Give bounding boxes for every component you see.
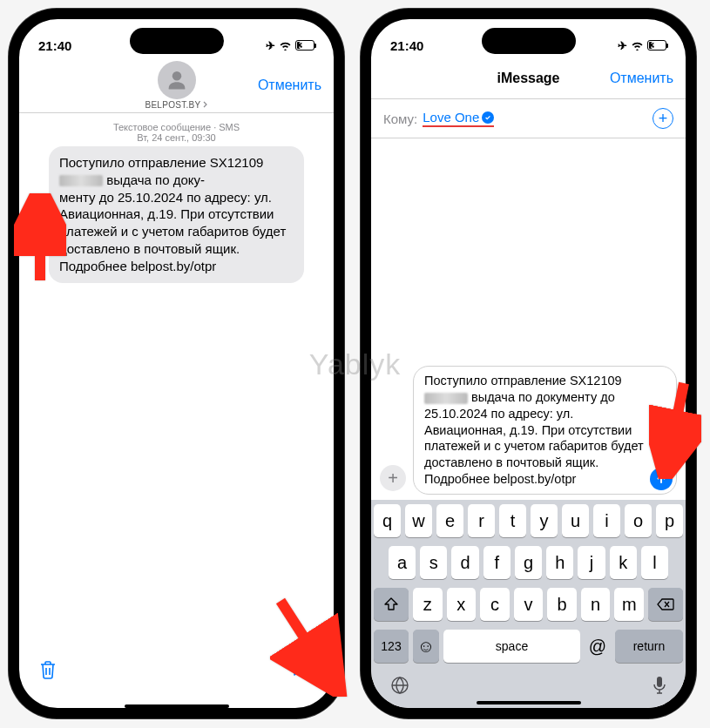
- bottom-toolbar: [19, 650, 334, 699]
- key-g[interactable]: g: [515, 546, 542, 579]
- trash-button[interactable]: [38, 659, 57, 684]
- compose-row: + Поступило отправление SX12109 выдача п…: [371, 361, 686, 500]
- key-f[interactable]: f: [483, 546, 511, 579]
- key-v[interactable]: v: [514, 588, 544, 621]
- phone-left: 21:40 ✈︎ 36 BELPOST.BY: [9, 9, 344, 718]
- key-i[interactable]: i: [593, 504, 620, 537]
- key-p[interactable]: p: [656, 504, 683, 537]
- wifi-icon: [279, 41, 292, 51]
- emoji-key[interactable]: ☺: [413, 630, 439, 663]
- key-l[interactable]: l: [641, 546, 668, 579]
- backspace-key[interactable]: [648, 588, 683, 621]
- page-title: iMessage: [497, 71, 559, 86]
- recipient-row[interactable]: Кому: Love One +: [371, 99, 686, 138]
- dynamic-island: [482, 28, 576, 54]
- key-n[interactable]: n: [581, 588, 611, 621]
- key-h[interactable]: h: [546, 546, 573, 579]
- svg-rect-2: [657, 677, 662, 687]
- status-time: 21:40: [38, 38, 71, 53]
- compose-header: iMessage Отменить: [371, 61, 686, 99]
- redacted-segment: [424, 393, 468, 404]
- conversation-header: BELPOST.BY Отменить: [19, 61, 334, 113]
- message-meta: Текстовое сообщение · SMSВт, 24 сент., 0…: [28, 122, 325, 143]
- cancel-button[interactable]: Отменить: [258, 78, 321, 93]
- phone-right: 21:40 ✈︎ 36 iMessage Отменить Кому: Love…: [361, 9, 696, 718]
- key-m[interactable]: m: [614, 588, 644, 621]
- message-bubble[interactable]: Поступило отправление SX12109 выдача по …: [49, 146, 304, 283]
- airplane-icon: ✈︎: [266, 39, 275, 52]
- space-key[interactable]: space: [443, 630, 580, 663]
- home-indicator[interactable]: [125, 704, 229, 708]
- plus-button[interactable]: +: [380, 465, 406, 491]
- key-x[interactable]: x: [447, 588, 477, 621]
- keyboard: qwertyuiop asdfghjkl zxcvbnm 123 ☺ space…: [371, 500, 686, 708]
- add-contact-button[interactable]: +: [653, 108, 673, 129]
- key-u[interactable]: u: [562, 504, 589, 537]
- key-c[interactable]: c: [480, 588, 510, 621]
- verified-check-icon: [482, 111, 494, 124]
- recipient-token[interactable]: Love One: [423, 110, 494, 127]
- to-label: Кому:: [383, 111, 417, 126]
- key-z[interactable]: z: [413, 588, 443, 621]
- mic-icon[interactable]: [652, 675, 667, 696]
- battery-icon: 36: [647, 40, 666, 51]
- compose-input[interactable]: Поступило отправление SX12109 выдача по …: [413, 366, 677, 495]
- key-b[interactable]: b: [547, 588, 577, 621]
- key-q[interactable]: q: [374, 504, 401, 537]
- cancel-button[interactable]: Отменить: [610, 71, 673, 86]
- key-y[interactable]: y: [531, 504, 558, 537]
- selection-check-icon[interactable]: [29, 206, 46, 223]
- globe-icon[interactable]: [389, 675, 410, 696]
- key-e[interactable]: e: [436, 504, 463, 537]
- shift-key[interactable]: [374, 588, 409, 621]
- key-d[interactable]: d: [451, 546, 478, 579]
- dynamic-island: [130, 28, 224, 54]
- key-t[interactable]: t: [499, 504, 526, 537]
- sender-name[interactable]: BELPOST.BY: [145, 100, 207, 110]
- key-a[interactable]: a: [389, 546, 416, 579]
- airplane-icon: ✈︎: [618, 39, 627, 52]
- battery-icon: 36: [295, 40, 314, 51]
- share-button[interactable]: [292, 659, 314, 684]
- key-o[interactable]: o: [625, 504, 652, 537]
- send-button[interactable]: [650, 468, 673, 490]
- key-j[interactable]: j: [578, 546, 605, 579]
- home-indicator[interactable]: [477, 701, 581, 704]
- key-k[interactable]: k: [610, 546, 637, 579]
- at-key[interactable]: @: [585, 630, 611, 663]
- svg-point-0: [172, 71, 181, 81]
- avatar[interactable]: [158, 61, 196, 99]
- key-w[interactable]: w: [405, 504, 432, 537]
- chevron-right-icon: [203, 101, 208, 108]
- status-time: 21:40: [390, 38, 423, 53]
- wifi-icon: [631, 41, 644, 51]
- redacted-segment: [59, 175, 103, 186]
- key-r[interactable]: r: [468, 504, 495, 537]
- numbers-key[interactable]: 123: [374, 630, 409, 663]
- return-key[interactable]: return: [615, 630, 683, 663]
- key-s[interactable]: s: [420, 546, 447, 579]
